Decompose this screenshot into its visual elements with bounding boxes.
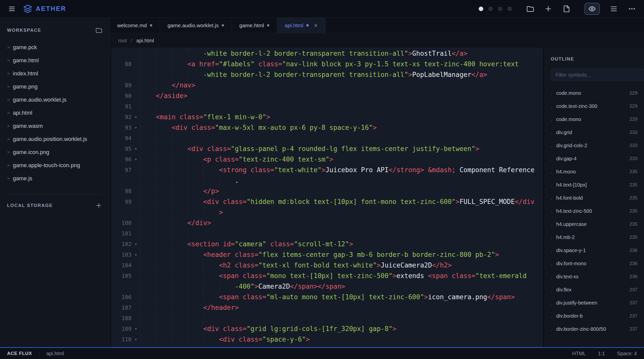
- outline-item-h4-mono[interactable]: .h4.mono235: [551, 165, 637, 178]
- file-item-game-icon-png[interactable]: >game.icon.png: [7, 146, 102, 159]
- status-1-1[interactable]: 1:1: [598, 351, 605, 356]
- outline-item-div-text-xs[interactable]: .div.text-xs236: [551, 270, 637, 283]
- file-item-game-audio-position-worklet-js[interactable]: >game.audio.position.worklet.js: [7, 133, 102, 146]
- tab-api-html[interactable]: api.html×: [277, 18, 326, 33]
- symbol-dot-icon: .: [551, 195, 552, 201]
- fold-arrow-icon[interactable]: ▾: [132, 337, 140, 342]
- outline-item-h4-font-bold[interactable]: .h4.font-bold235: [551, 191, 637, 204]
- code-text: -white border-l-2 border-transparent tra…: [140, 69, 487, 80]
- indent-guide: [172, 59, 187, 69]
- code-editor[interactable]: -white border-l-2 border-transparent tra…: [112, 48, 542, 347]
- indent-guide: [140, 249, 156, 260]
- pager-dot-4[interactable]: [507, 7, 512, 11]
- outline-item-h4-text-10px[interactable]: .h4.text-[10px]235: [551, 178, 637, 191]
- code-row: >: [112, 207, 542, 218]
- new-file-icon[interactable]: [562, 5, 570, 13]
- tab-welcome-md[interactable]: welcome.md: [110, 18, 160, 33]
- file-item-game-wasm[interactable]: >game.wasm: [7, 119, 102, 133]
- eye-preview-button[interactable]: [585, 3, 600, 15]
- outline-item-code-mono[interactable]: .code.mono229: [551, 86, 637, 100]
- plus-icon[interactable]: [95, 202, 102, 209]
- outline-item-code-mono[interactable]: .code.mono229: [551, 113, 637, 126]
- ellipsis-icon[interactable]: [628, 5, 636, 13]
- pager-dot-3[interactable]: [498, 7, 502, 11]
- file-item-game-html[interactable]: >game.html: [7, 54, 102, 67]
- code-row: 97<strong class="text-white">Juicebox Pr…: [112, 165, 542, 175]
- tab-label: game.audio.worklet.js: [168, 22, 219, 28]
- indent-guide: [219, 281, 235, 292]
- indent-guide: [140, 281, 156, 292]
- outline-item-div-flex[interactable]: .div.flex237: [551, 283, 637, 296]
- outline-item-div-grid[interactable]: .div.grid233: [551, 126, 637, 139]
- fold-arrow-icon[interactable]: ▾: [132, 157, 140, 162]
- code-row: -white border-l-2 border-transparent tra…: [112, 69, 542, 80]
- code-lines: -white border-l-2 border-transparent tra…: [112, 48, 542, 345]
- gutter: 110▾: [112, 334, 140, 345]
- indent-guide: [156, 175, 172, 186]
- fold-arrow-icon[interactable]: ▾: [132, 114, 140, 119]
- line-number: 98: [112, 188, 132, 194]
- tab-game-html[interactable]: game.html: [232, 18, 277, 33]
- code-row: 109▾<div class="grid lg:grid-cols-[1fr_3…: [112, 323, 542, 334]
- gutter: 102▾: [112, 239, 140, 249]
- outline-item-div-justify-between[interactable]: .div.justify-between237: [551, 296, 637, 309]
- status-right: HTML1:1Space: 4: [572, 351, 637, 356]
- status-html[interactable]: HTML: [572, 351, 586, 356]
- outline-item-code-text-zinc-300[interactable]: .code.text-zinc-300229: [551, 100, 637, 113]
- line-number: 99: [112, 199, 132, 205]
- outline-item-h4-uppercase[interactable]: .h4.uppercase235: [551, 218, 637, 231]
- indent-guide: [172, 143, 187, 154]
- fold-arrow-icon[interactable]: ▾: [132, 146, 140, 151]
- menu-icon[interactable]: [8, 5, 16, 13]
- indent-guide: [172, 249, 187, 260]
- breadcrumb-root[interactable]: root: [118, 38, 127, 44]
- indent-guide: [156, 80, 172, 91]
- list-view-icon[interactable]: [610, 5, 618, 13]
- file-item-game-apple-touch-icon-png[interactable]: >game.apple-touch-icon.png: [7, 159, 102, 172]
- filter-symbols-input[interactable]: [551, 69, 644, 81]
- outline-item-div-grid-cols-2[interactable]: .div.grid-cols-2233: [551, 139, 637, 152]
- main-area: WORKSPACE >game.pck>game.html>index.html…: [0, 18, 644, 347]
- file-item-api-html[interactable]: >api.html: [7, 106, 102, 119]
- pager-dot-1[interactable]: [479, 7, 483, 11]
- fold-arrow-icon[interactable]: ▾: [132, 242, 140, 247]
- symbol-name: h4.text-[10px]: [556, 182, 587, 188]
- symbol-name: div.border-zinc-800/50: [556, 326, 606, 332]
- close-tab-icon[interactable]: ×: [314, 22, 318, 28]
- pager-dot-2[interactable]: [488, 7, 493, 11]
- file-item-game-png[interactable]: >game.png: [7, 80, 102, 93]
- breadcrumb: root / api.html: [110, 33, 644, 48]
- folder-icon[interactable]: [95, 27, 102, 34]
- outline-item-div-gap-4[interactable]: .div.gap-4233: [551, 152, 637, 165]
- outline-item-div-border-zinc-800-50[interactable]: .div.border-zinc-800/50237: [551, 322, 637, 336]
- code-row: -400">Camera2D</span></span>: [112, 281, 542, 292]
- code-text: </aside>: [140, 91, 187, 101]
- file-item-game-js[interactable]: >game.js: [7, 172, 102, 185]
- status-space-4[interactable]: Space: 4: [617, 351, 637, 356]
- outline-item-div-space-y-1[interactable]: .div.space-y-1236: [551, 244, 637, 257]
- outline-item-h4-text-zinc-500[interactable]: .h4.text-zinc-500235: [551, 204, 637, 218]
- file-item-game-audio-worklet-js[interactable]: >game.audio.worklet.js: [7, 93, 102, 106]
- fold-arrow-icon[interactable]: ▾: [132, 252, 140, 257]
- symbol-dot-icon: .: [551, 169, 552, 175]
- outline-item-div-font-mono[interactable]: .div.font-mono236: [551, 257, 637, 270]
- outline-item-h4-mb-2[interactable]: .h4.mb-2235: [551, 231, 637, 244]
- fold-arrow-icon[interactable]: ▾: [132, 125, 140, 130]
- code-row: 105<span class="mono text-[10px] text-zi…: [112, 271, 542, 281]
- gutter: 91: [112, 101, 140, 112]
- plus-icon[interactable]: [544, 5, 552, 13]
- fold-arrow-icon[interactable]: ▾: [132, 326, 140, 331]
- code-text: <div class="space-y-6">: [140, 334, 310, 345]
- gutter: 109▾: [112, 323, 140, 334]
- file-item-game-pck[interactable]: >game.pck: [7, 41, 102, 54]
- code-text: [140, 228, 203, 239]
- symbol-name: div.grid-cols-2: [556, 143, 587, 148]
- indent-guide: [203, 207, 219, 218]
- tab-game-audio-worklet-js[interactable]: game.audio.worklet.js: [160, 18, 232, 33]
- folder-icon[interactable]: [526, 5, 534, 13]
- breadcrumb-file[interactable]: api.html: [136, 38, 154, 44]
- gutter: 99: [112, 196, 140, 207]
- outline-item-div-border-b[interactable]: .div.border-b237: [551, 309, 637, 322]
- file-item-index-html[interactable]: >index.html: [7, 67, 102, 80]
- indent-guide: [172, 313, 187, 323]
